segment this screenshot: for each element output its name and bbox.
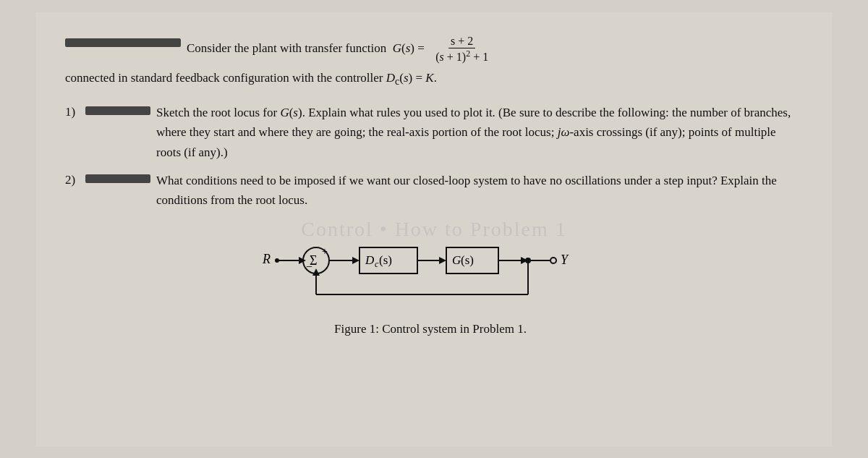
intro-text: Consider the plant with transfer functio…: [187, 41, 386, 54]
svg-text:(s): (s): [379, 253, 392, 267]
redacted-bar-3: [85, 174, 150, 183]
fraction-denominator: (s + 1)2 + 1: [433, 48, 490, 64]
svg-marker-15: [439, 257, 446, 264]
redacted-bar-2: [85, 106, 150, 115]
svg-text:+: +: [322, 246, 328, 257]
svg-text:G: G: [452, 253, 461, 267]
problem-1-content: Sketch the root locus for G(s). Explain …: [156, 103, 796, 162]
problem-2-number: 2): [65, 171, 85, 190]
g-label: G: [393, 41, 401, 54]
figure-caption-text: Figure 1: Control system in Problem 1.: [334, 322, 527, 336]
svg-marker-9: [352, 257, 359, 264]
diagram-area: R + − Σ D c (s): [65, 219, 796, 339]
svg-point-23: [550, 258, 556, 263]
main-page: Control • How to Problem 1 Consider the …: [36, 12, 832, 446]
svg-text:D: D: [365, 253, 375, 267]
header-text: Consider the plant with transfer functio…: [187, 34, 493, 64]
svg-marker-28: [312, 268, 320, 276]
svg-text:Y: Y: [561, 253, 569, 267]
fraction-numerator: s + 2: [448, 34, 475, 48]
problem-1-number: 1): [65, 103, 85, 122]
problem-1-block: 1) Sketch the root locus for G(s). Expla…: [65, 103, 796, 162]
problem-2-block: 2) What conditions need to be imposed if…: [65, 171, 796, 210]
header-section: Consider the plant with transfer functio…: [65, 34, 796, 64]
figure-caption: Figure 1: Control system in Problem 1.: [334, 320, 527, 339]
svg-text:R: R: [262, 252, 271, 266]
block-diagram-svg: R + − Σ D c (s): [250, 219, 611, 313]
transfer-fraction: s + 2 (s + 1)2 + 1: [433, 34, 490, 64]
svg-text:(s): (s): [461, 253, 474, 267]
redacted-bar-1: [65, 38, 181, 47]
feedback-line: connected in standard feedback configura…: [65, 68, 796, 90]
svg-text:Σ: Σ: [310, 253, 317, 268]
problem-2-content: What conditions need to be imposed if we…: [156, 171, 796, 210]
